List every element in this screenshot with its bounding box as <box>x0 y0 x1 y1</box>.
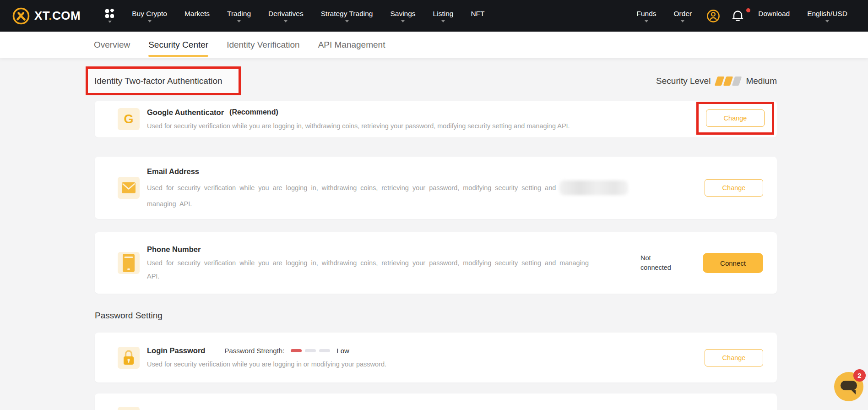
xt-logo-icon <box>12 7 30 25</box>
account-icon <box>706 9 720 23</box>
nav-item-listing[interactable]: Listing <box>424 10 462 22</box>
nav-item-strategy-trading[interactable]: Strategy Trading <box>312 10 382 22</box>
brand-text: XT.COM <box>34 9 81 23</box>
phone-icon <box>118 252 140 274</box>
nav-item-markets[interactable]: Markets <box>176 10 218 22</box>
phone-connect-button[interactable]: Connect <box>703 253 763 273</box>
chat-bubble-icon <box>841 381 857 390</box>
nav-item-order[interactable]: Order <box>665 10 701 22</box>
chevron-down-icon <box>237 20 241 22</box>
security-level-label: Security Level <box>656 76 711 86</box>
google-authenticator-icon: G <box>118 108 140 130</box>
tab-security-center[interactable]: Security Center <box>148 32 208 58</box>
xt-logo[interactable]: XT.COM <box>12 7 81 25</box>
phone-number-card: Phone Number Used for security verificat… <box>95 232 777 294</box>
section-heading-2fa: Identity Two-factor Authentication <box>94 76 222 86</box>
google-authenticator-change-button[interactable]: Change <box>706 109 765 127</box>
nav-item-savings[interactable]: Savings <box>381 10 424 22</box>
card-desc-google-authenticator: Used for security verification while you… <box>147 121 763 131</box>
chevron-down-icon <box>441 20 445 22</box>
password-strength-label: Password Strength: <box>224 347 284 355</box>
nav-item-download[interactable]: Download <box>749 10 798 22</box>
bell-icon <box>732 10 743 22</box>
login-password-change-button[interactable]: Change <box>705 349 763 366</box>
card-title-email-address: Email Address <box>147 167 705 176</box>
google-authenticator-card: G Google Authenticator (Recommend) Used … <box>95 101 777 137</box>
chevron-down-icon <box>645 20 648 22</box>
account-tab-bar: Overview Security Center Identity Verifi… <box>0 32 868 58</box>
section-heading-password-setting: Password Setting <box>95 311 163 321</box>
nav-item-trading[interactable]: Trading <box>218 10 260 22</box>
nav-item-language-currency[interactable]: English/USD <box>798 10 856 22</box>
email-change-button[interactable]: Change <box>705 179 763 197</box>
chat-unread-badge: 2 <box>853 369 866 382</box>
account-button[interactable] <box>700 9 726 23</box>
chevron-down-icon <box>401 20 405 22</box>
tab-identity-verification[interactable]: Identity Verification <box>227 32 299 58</box>
tab-api-management[interactable]: API Management <box>318 32 385 58</box>
chevron-down-icon <box>148 20 152 22</box>
nav-item-derivatives[interactable]: Derivatives <box>260 10 312 22</box>
card-title-phone-number: Phone Number <box>147 245 640 254</box>
annotation-box-heading: Identity Two-factor Authentication <box>86 66 241 95</box>
support-chat-button[interactable]: 2 <box>834 372 863 401</box>
apps-grid-icon <box>105 9 114 18</box>
recommend-tag: (Recommend) <box>229 108 278 116</box>
blurred-email-address <box>559 180 628 195</box>
security-level-bars-icon <box>716 77 740 86</box>
nav-item-funds[interactable]: Funds <box>628 10 665 22</box>
chevron-down-icon <box>108 21 112 23</box>
notifications-button[interactable] <box>726 10 749 22</box>
top-navigation-bar: XT.COM Buy Crypto Markets Trading Deriva… <box>0 0 868 32</box>
lock-icon <box>118 347 140 369</box>
nav-item-buy-crypto[interactable]: Buy Crypto <box>123 10 176 22</box>
phone-status-not-connected: Not connected <box>640 253 682 273</box>
apps-grid-menu[interactable] <box>96 9 123 23</box>
login-password-card: Login Password Password Strength: Low Us… <box>95 333 777 383</box>
card-desc-email-line1: Used for security verification while you… <box>147 180 705 195</box>
card-desc-email-line2: managing API. <box>147 199 705 208</box>
chevron-down-icon <box>681 20 684 22</box>
password-strength-meter <box>291 349 330 352</box>
card-desc-phone-line2: API. <box>147 272 640 281</box>
card-desc-login-password: Used for security verification while you… <box>147 360 705 369</box>
nav-item-nft[interactable]: NFT <box>462 10 493 22</box>
partial-card-icon <box>118 407 140 410</box>
security-level-indicator: Security Level Medium <box>656 66 777 95</box>
email-icon <box>118 177 140 199</box>
card-title-login-password: Login Password <box>147 346 205 355</box>
partial-card-below <box>95 394 777 410</box>
security-level-value: Medium <box>746 76 777 86</box>
nav-right-group: Funds Order Download English/US <box>628 9 856 23</box>
tab-overview[interactable]: Overview <box>94 32 130 58</box>
chevron-down-icon <box>345 20 349 22</box>
email-address-card: Email Address Used for security verifica… <box>95 157 777 219</box>
card-title-google-authenticator: Google Authenticator <box>147 108 224 117</box>
annotation-box-change-button: Change <box>696 102 774 135</box>
chevron-down-icon <box>284 20 288 22</box>
password-strength-value: Low <box>336 347 349 355</box>
card-desc-phone-line1: Used for security verification while you… <box>147 258 640 268</box>
chevron-down-icon <box>825 20 829 22</box>
